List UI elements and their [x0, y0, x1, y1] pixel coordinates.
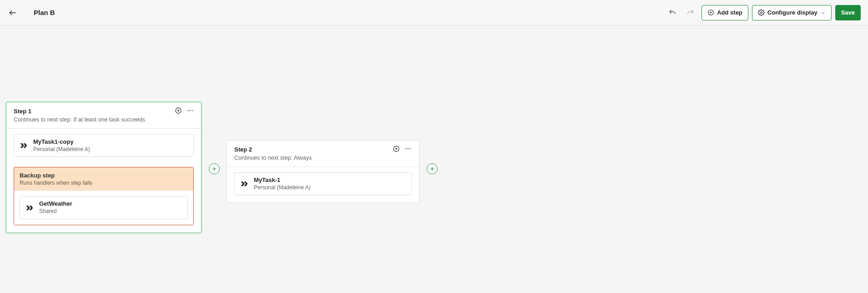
svg-point-18: [410, 148, 411, 149]
task-name: MyTask1-copy: [33, 138, 90, 146]
step-card-2[interactable]: Step 2 Continues to next step: Always: [227, 140, 419, 203]
forward-icon: [19, 141, 28, 150]
step-add-task-button[interactable]: [393, 145, 400, 154]
plus-circle-icon: [707, 9, 714, 16]
task-location: Personal (Madeleine A): [33, 146, 90, 153]
step-header: Step 2 Continues to next step: Always: [227, 141, 419, 167]
task-name: GetWeather: [39, 200, 72, 208]
forward-icon: [25, 203, 34, 212]
task-location: Personal (Madeleine A): [254, 184, 311, 192]
step-header: Step 1 Continues to next step: If at lea…: [6, 102, 201, 129]
workflow-canvas[interactable]: Step 1 Continues to next step: If at lea…: [0, 25, 868, 293]
plus-circle-icon: [175, 107, 182, 114]
gear-icon: [758, 9, 765, 16]
svg-point-9: [190, 110, 191, 111]
backup-header: Backup step Runs handlers when step fail…: [14, 167, 193, 191]
add-step-connector[interactable]: [209, 163, 220, 174]
add-step-button[interactable]: Add step: [701, 5, 748, 20]
plus-icon: [211, 166, 217, 172]
step-more-button[interactable]: [404, 145, 412, 154]
plus-circle-icon: [393, 145, 400, 152]
undo-button[interactable]: [665, 5, 680, 20]
task-card[interactable]: MyTask1-copy Personal (Madeleine A): [14, 134, 194, 157]
step-continues: Continues to next step: If at least one …: [14, 116, 175, 123]
backup-title: Backup step: [20, 172, 188, 179]
svg-point-16: [405, 148, 406, 149]
page-title: Plan B: [34, 9, 55, 16]
task-card[interactable]: MyTask-1 Personal (Madeleine A): [234, 172, 412, 195]
redo-button[interactable]: [683, 5, 698, 20]
task-icon: [25, 203, 35, 213]
add-step-connector[interactable]: [427, 163, 438, 174]
plus-icon: [429, 166, 435, 172]
undo-icon: [668, 9, 676, 17]
save-label: Save: [841, 9, 855, 16]
step-body: MyTask1-copy Personal (Madeleine A) Back…: [6, 129, 201, 232]
configure-display-button[interactable]: Configure display: [752, 5, 832, 20]
step-body: MyTask-1 Personal (Madeleine A): [227, 167, 419, 202]
step-title: Step 1: [14, 108, 175, 115]
step-add-task-button[interactable]: [175, 107, 182, 116]
svg-point-8: [187, 110, 188, 111]
svg-point-4: [760, 12, 762, 14]
task-name: MyTask-1: [254, 177, 311, 184]
backup-step-section: Backup step Runs handlers when step fail…: [14, 167, 194, 225]
back-button[interactable]: [0, 0, 25, 25]
forward-icon: [240, 179, 249, 188]
task-card[interactable]: GetWeather Shared: [20, 196, 188, 219]
configure-display-label: Configure display: [767, 9, 818, 16]
add-step-label: Add step: [717, 9, 742, 16]
chevron-down-icon: [820, 10, 826, 15]
app-header: Plan B Add step: [0, 0, 868, 25]
save-button[interactable]: Save: [835, 5, 861, 20]
task-icon: [239, 179, 249, 189]
header-actions: Add step Configure display Save: [665, 5, 861, 20]
svg-point-17: [408, 148, 409, 149]
svg-point-10: [192, 110, 193, 111]
step-more-button[interactable]: [187, 107, 194, 116]
arrow-left-icon: [8, 8, 17, 17]
task-location: Shared: [39, 208, 72, 215]
step-continues: Continues to next step: Always: [234, 155, 393, 161]
redo-icon: [686, 9, 695, 17]
step-title: Step 2: [234, 146, 393, 153]
step-card-1[interactable]: Step 1 Continues to next step: If at lea…: [6, 102, 202, 233]
task-icon: [19, 141, 29, 151]
more-horizontal-icon: [404, 145, 412, 152]
backup-subtitle: Runs handlers when step fails: [20, 180, 188, 186]
more-horizontal-icon: [187, 107, 194, 114]
